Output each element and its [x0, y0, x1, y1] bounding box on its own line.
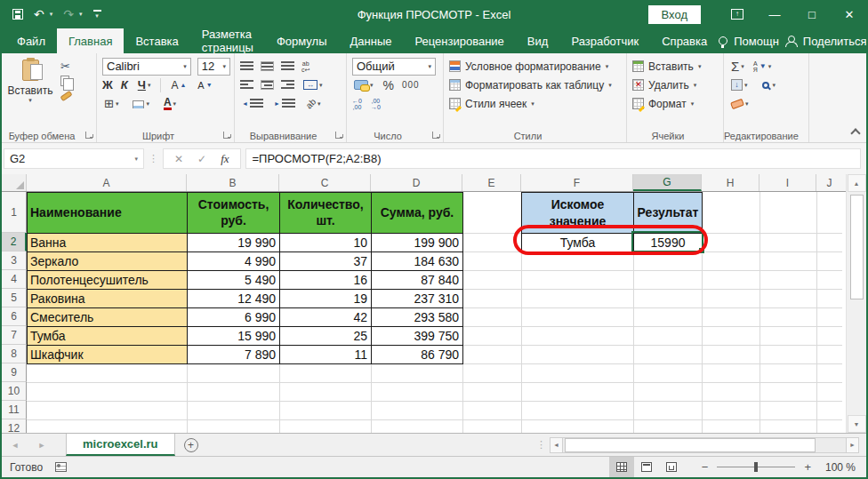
fill-color-button[interactable]: ▾ [131, 99, 151, 108]
column-header-h[interactable]: H [702, 174, 760, 191]
number-format-combo[interactable]: Общий▾ [352, 58, 436, 76]
row-header-8[interactable]: 8 [2, 345, 27, 363]
cell-d2[interactable]: 199 900 [372, 234, 462, 251]
add-sheet-button[interactable]: + [175, 434, 207, 456]
cell-b7[interactable]: 15 990 [188, 327, 279, 345]
column-header-g[interactable]: G [633, 174, 702, 191]
save-icon[interactable] [12, 9, 23, 20]
cell-b5[interactable]: 12 490 [188, 290, 279, 307]
tab-help[interactable]: Справка [650, 28, 719, 53]
cell-a7[interactable]: Тумба [28, 327, 187, 345]
cell-c8[interactable]: 11 [280, 346, 371, 363]
share-label[interactable]: Поделиться [803, 35, 867, 48]
font-dialog-launcher[interactable] [223, 132, 230, 139]
cell-c3[interactable]: 37 [280, 252, 371, 270]
cell-b1[interactable]: Стоимость, руб. [188, 193, 279, 233]
cell-b2[interactable]: 19 990 [188, 234, 279, 251]
zoom-slider-track[interactable] [717, 467, 795, 467]
percent-style-button[interactable]: % [383, 78, 394, 92]
copy-icon[interactable] [60, 76, 69, 86]
macro-record-icon[interactable] [55, 462, 67, 472]
close-button[interactable]: ✕ [831, 0, 868, 28]
font-size-combo[interactable]: 12▾ [197, 58, 230, 76]
undo-icon[interactable]: ↶ [34, 8, 44, 20]
scroll-left-icon[interactable]: ◄ [550, 437, 563, 453]
find-select-button[interactable]: ▾ [759, 80, 778, 91]
maximize-button[interactable]: □ [793, 0, 831, 28]
insert-function-icon[interactable]: fx [221, 152, 229, 166]
row-header-3[interactable]: 3 [2, 251, 27, 270]
cell-c6[interactable]: 42 [280, 308, 371, 326]
alignment-dialog-launcher[interactable] [335, 132, 342, 139]
cell-d3[interactable]: 184 630 [372, 252, 462, 270]
assistant-label[interactable]: Помощн [734, 35, 779, 48]
align-right-button[interactable] [281, 80, 294, 90]
formula-input[interactable]: =ПРОСМОТР(F2;A2:B8) [245, 148, 861, 169]
decrease-decimal-button[interactable]: ,00→0 [371, 98, 381, 110]
next-sheet-icon[interactable]: ► [28, 434, 55, 456]
increase-decimal-button[interactable]: ←0,00 [352, 98, 362, 110]
align-center-button[interactable] [261, 80, 274, 90]
tab-formulas[interactable]: Формулы [265, 28, 339, 53]
cell-d5[interactable]: 237 310 [372, 290, 462, 307]
zoom-level[interactable]: 100 % [816, 461, 866, 474]
shrink-font-button[interactable]: А▼ [196, 80, 213, 91]
column-header-a[interactable]: A [27, 174, 187, 191]
zoom-out-button[interactable]: − [696, 460, 714, 474]
cell-d4[interactable]: 87 840 [372, 271, 462, 289]
wrap-text-button[interactable]: abc↩ [301, 60, 309, 73]
cell-c4[interactable]: 16 [280, 271, 371, 289]
align-middle-button[interactable] [261, 61, 274, 71]
scroll-down-icon[interactable]: ▼ [848, 415, 866, 433]
format-cells-button[interactable]: Формат ▾ [632, 94, 719, 113]
cell-b6[interactable]: 6 990 [188, 308, 279, 326]
cell-a5[interactable]: Раковина [28, 290, 187, 307]
tab-bar-resize-handle[interactable]: ⋮ [533, 434, 550, 456]
prev-sheet-icon[interactable]: ◄ [2, 434, 28, 456]
sheet-tab-microexcel[interactable]: microexcel.ru [66, 434, 175, 456]
delete-cells-button[interactable]: Удалить ▾ [632, 76, 719, 94]
row-header-9[interactable]: 9 [2, 363, 27, 382]
clear-button[interactable]: ▾ [729, 100, 751, 108]
grow-font-button[interactable]: А▲ [169, 79, 188, 92]
minimize-button[interactable]: — [756, 0, 793, 28]
tab-insert[interactable]: Вставка [124, 28, 189, 53]
column-header-i[interactable]: I [760, 174, 816, 191]
cell-c1[interactable]: Количество, шт. [280, 193, 371, 233]
row-header-2[interactable]: 2 [2, 233, 27, 251]
tab-developer[interactable]: Разработчик [559, 28, 650, 53]
redo-dropdown-icon[interactable]: ▾ [79, 11, 83, 18]
column-header-j[interactable]: J [816, 174, 842, 191]
cell-c2[interactable]: 10 [280, 234, 371, 251]
row-header-7[interactable]: 7 [2, 326, 27, 345]
sign-in-button[interactable]: Вход [648, 5, 701, 24]
view-page-layout-button[interactable] [634, 457, 659, 477]
row-header-1[interactable]: 1 [2, 192, 27, 233]
column-header-b[interactable]: B [187, 174, 279, 191]
cell-b8[interactable]: 7 890 [188, 346, 279, 363]
cell-b4[interactable]: 5 490 [188, 271, 279, 289]
select-all-corner[interactable] [2, 174, 27, 191]
cell-b3[interactable]: 4 990 [188, 252, 279, 270]
cell-a3[interactable]: Зеркало [28, 252, 187, 270]
autosum-button[interactable]: Σ▾ [729, 60, 746, 73]
borders-button[interactable]: ⊞▾ [102, 98, 120, 109]
tab-file[interactable]: Файл [5, 28, 57, 53]
tab-view[interactable]: Вид [516, 28, 560, 53]
horizontal-scroll-track[interactable] [563, 437, 846, 453]
row-header-11[interactable]: 11 [2, 401, 27, 419]
number-dialog-launcher[interactable] [432, 132, 439, 139]
row-header-4[interactable]: 4 [2, 270, 27, 289]
customize-qat-icon[interactable]: ▾ [93, 10, 101, 20]
cell-d8[interactable]: 86 790 [372, 346, 462, 363]
sort-filter-button[interactable]: АЯ▼▾ [751, 60, 774, 73]
italic-button[interactable]: К [121, 78, 128, 92]
align-bottom-button[interactable] [281, 61, 294, 71]
merge-center-button[interactable]: ↔▾ [301, 80, 325, 90]
cancel-entry-icon[interactable]: ✕ [174, 153, 183, 165]
row-header-5[interactable]: 5 [2, 289, 27, 307]
formula-bar-resize-handle[interactable]: ⋮ [149, 153, 158, 164]
cell-c5[interactable]: 19 [280, 290, 371, 307]
view-normal-button[interactable] [609, 457, 634, 477]
cell-d7[interactable]: 399 750 [372, 327, 462, 345]
